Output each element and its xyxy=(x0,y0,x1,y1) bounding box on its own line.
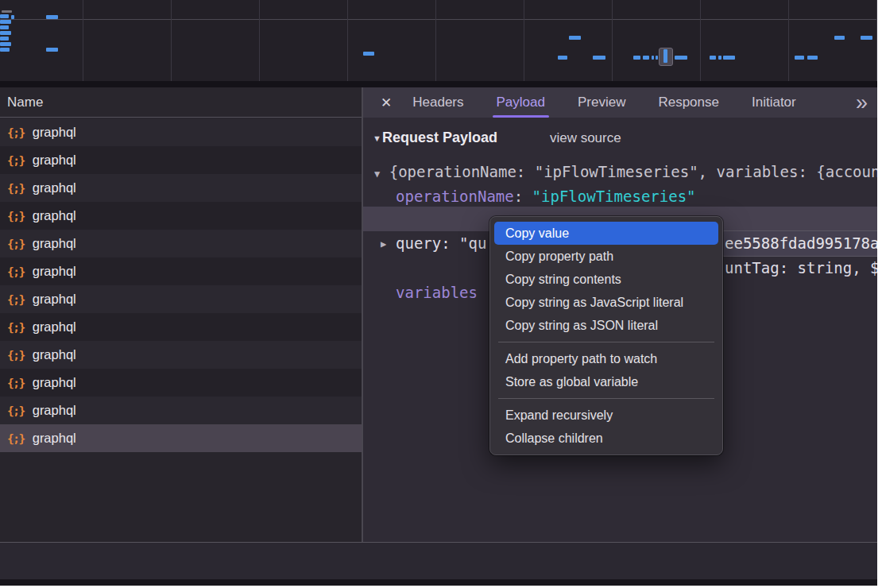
timeline-request-bar[interactable] xyxy=(0,48,10,52)
payload-operationname-row[interactable]: operationName: "ipFlowTimeseries" xyxy=(396,188,696,205)
timeline-request-bar[interactable] xyxy=(0,31,11,35)
menu-item-copy-string-as-json-literal[interactable]: Copy string as JSON literal xyxy=(494,314,718,337)
menu-item-copy-string-as-javascript-literal[interactable]: Copy string as JavaScript literal xyxy=(494,291,718,314)
request-name: graphql xyxy=(33,264,76,279)
timeline-request-bar[interactable] xyxy=(0,14,9,18)
json-braces-icon: {;} xyxy=(7,293,25,306)
row-expanded-icon[interactable]: ▼ xyxy=(374,168,380,180)
timeline-gridline xyxy=(435,0,436,81)
timeline-gridline xyxy=(259,0,260,81)
tab-initiator[interactable]: Initiator xyxy=(752,87,796,118)
row-collapsed-icon[interactable]: ▶ xyxy=(381,232,386,257)
request-name: graphql xyxy=(33,208,76,223)
menu-divider xyxy=(498,342,714,342)
request-row[interactable]: {;}graphql xyxy=(0,341,362,369)
timeline-request-bar[interactable] xyxy=(710,56,716,60)
payload-root-row[interactable]: ▼ {operationName: "ipFlowTimeseries", va… xyxy=(374,163,877,180)
request-name: graphql xyxy=(33,153,76,168)
timeline-bottom-strip xyxy=(0,81,877,87)
request-row[interactable]: {;}graphql xyxy=(0,202,362,230)
timeline-request-bar[interactable] xyxy=(569,36,581,40)
menu-item-store-as-global-variable[interactable]: Store as global variable xyxy=(494,370,718,393)
json-braces-icon: {;} xyxy=(7,349,25,362)
request-row[interactable]: {;}graphql xyxy=(0,257,362,285)
timeline-request-bar[interactable] xyxy=(807,56,818,60)
menu-item-expand-recursively[interactable]: Expand recursively xyxy=(494,404,718,427)
close-icon[interactable]: ✕ xyxy=(381,95,392,111)
request-row[interactable]: {;}graphql xyxy=(0,285,362,313)
devtools-network-panel: Name {;}graphql{;}graphql{;}graphql{;}gr… xyxy=(0,0,877,586)
request-row[interactable]: {;}graphql xyxy=(0,369,362,397)
view-source-link[interactable]: view source xyxy=(550,130,621,146)
json-braces-icon: {;} xyxy=(7,404,25,417)
timeline-request-bar[interactable] xyxy=(46,15,58,19)
timeline-gridline xyxy=(347,0,348,81)
timeline-request-bar[interactable] xyxy=(723,56,735,60)
json-braces-icon: {;} xyxy=(7,154,25,167)
timeline-gridline xyxy=(524,0,524,81)
menu-item-copy-value[interactable]: Copy value xyxy=(494,222,718,245)
name-column-header[interactable]: Name xyxy=(0,87,362,118)
tab-preview[interactable]: Preview xyxy=(578,87,625,118)
timeline-request-bar[interactable] xyxy=(46,48,58,52)
request-payload-section[interactable]: ▼ Request Payload view source xyxy=(373,130,621,146)
timeline-request-bar[interactable] xyxy=(656,56,658,60)
tab-strip: ✕ HeadersPayloadPreviewResponseInitiator… xyxy=(363,87,877,118)
tab-payload[interactable]: Payload xyxy=(497,87,545,118)
json-braces-icon: {;} xyxy=(7,432,25,445)
section-expanded-icon[interactable]: ▼ xyxy=(373,133,381,143)
panel-splitter[interactable] xyxy=(362,87,363,586)
request-row[interactable]: {;}graphql xyxy=(0,230,362,257)
timeline-request-bar[interactable] xyxy=(0,37,9,41)
json-braces-icon: {;} xyxy=(7,126,25,139)
timeline-request-bar[interactable] xyxy=(675,56,687,60)
request-row[interactable]: {;}graphql xyxy=(0,313,362,341)
menu-item-collapse-children[interactable]: Collapse children xyxy=(494,427,718,450)
menu-item-copy-string-contents[interactable]: Copy string contents xyxy=(494,268,718,291)
query-row-right-fragment: untTag: string, $f xyxy=(725,256,877,280)
timeline-request-bar[interactable] xyxy=(633,56,640,60)
key-colon: : xyxy=(514,188,532,205)
timeline-request-bar[interactable] xyxy=(363,52,374,56)
devtools-screen: Name {;}graphql{;}graphql{;}graphql{;}gr… xyxy=(0,0,882,588)
timeline-request-bar[interactable] xyxy=(861,36,872,40)
timeline-request-bar[interactable] xyxy=(834,36,845,40)
timeline-request-bar[interactable] xyxy=(0,25,9,29)
timeline-gridline xyxy=(788,0,789,81)
menu-divider xyxy=(498,398,714,399)
timeline-request-bar[interactable] xyxy=(558,56,567,60)
more-tabs-icon[interactable]: » xyxy=(856,95,868,110)
timeline-request-bar[interactable] xyxy=(11,15,14,19)
request-name: graphql xyxy=(33,431,76,446)
timeline-hovered-request-bar xyxy=(663,49,667,63)
timeline-request-bar[interactable] xyxy=(0,42,11,46)
timeline-gridline xyxy=(171,0,172,81)
request-name: graphql xyxy=(33,180,76,195)
request-row[interactable]: {;}graphql xyxy=(0,424,362,452)
variables-value-fragment: ee5588fdad995178a0 xyxy=(721,230,877,257)
json-braces-icon: {;} xyxy=(7,238,25,250)
timeline-overview[interactable] xyxy=(0,0,877,81)
timeline-request-bar[interactable] xyxy=(643,56,649,60)
timeline-request-bar[interactable] xyxy=(0,20,11,24)
timeline-request-bar[interactable] xyxy=(718,56,721,60)
request-row[interactable]: {;}graphql xyxy=(0,118,362,146)
context-menu: Copy valueCopy property pathCopy string … xyxy=(489,216,723,455)
summary-bar xyxy=(0,543,877,579)
tab-headers[interactable]: Headers xyxy=(412,87,463,118)
tab-response[interactable]: Response xyxy=(658,87,719,118)
menu-item-add-property-path-to-watch[interactable]: Add property path to watch xyxy=(494,347,718,370)
request-row[interactable]: {;}graphql xyxy=(0,397,362,424)
timeline-request-bar[interactable] xyxy=(593,56,605,60)
request-name: graphql xyxy=(33,375,76,390)
menu-item-copy-property-path[interactable]: Copy property path xyxy=(494,245,718,268)
payload-root-preview: {operationName: "ipFlowTimeseries", vari… xyxy=(389,163,877,180)
json-braces-icon: {;} xyxy=(7,182,25,195)
timeline-request-bar[interactable] xyxy=(795,56,804,60)
request-list[interactable]: {;}graphql{;}graphql{;}graphql{;}graphql… xyxy=(0,118,362,542)
timeline-request-bar[interactable] xyxy=(2,10,12,13)
timeline-request-bar[interactable] xyxy=(652,56,654,60)
request-row[interactable]: {;}graphql xyxy=(0,174,362,202)
request-row[interactable]: {;}graphql xyxy=(0,146,362,174)
json-braces-icon: {;} xyxy=(7,210,25,222)
